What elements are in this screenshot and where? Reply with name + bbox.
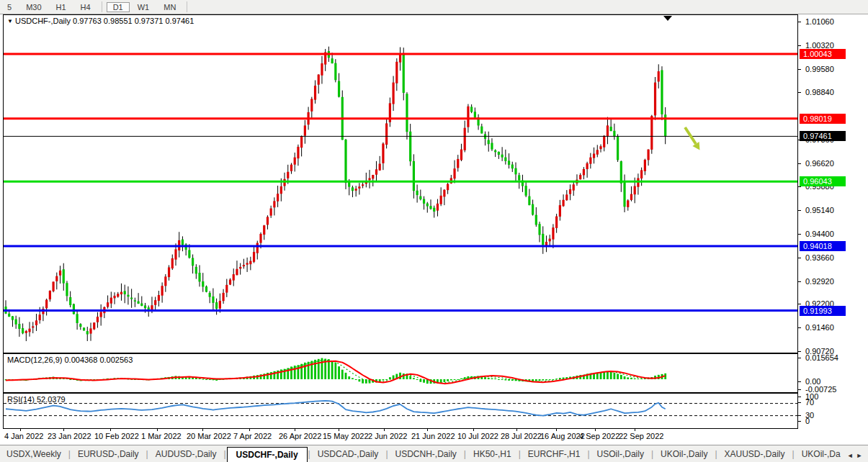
date-tick xyxy=(635,429,635,431)
price-line-label-0.91993: 0.91993 xyxy=(800,306,846,316)
axis-tick xyxy=(798,234,801,235)
axis-tick xyxy=(798,402,801,403)
axis-tick xyxy=(798,358,801,358)
date-label: 15 May 2022 xyxy=(323,432,369,440)
date-label: 23 Jan 2022 xyxy=(48,432,91,440)
axis-tick xyxy=(798,304,801,304)
tab-hk50-h1[interactable]: HK50-,H1 xyxy=(467,447,518,462)
axis-tick-label: 0.95140 xyxy=(805,206,834,214)
tab-usdcad-daily[interactable]: USDCAD-,Daily xyxy=(311,447,385,462)
date-tick xyxy=(427,429,428,431)
tab-usdchf-daily[interactable]: USDCHF-,Daily xyxy=(227,447,308,462)
rsi-label: RSI(14) 52.0379 xyxy=(7,395,66,404)
timeframe-button-M30[interactable]: M30 xyxy=(19,2,48,12)
axis-tick xyxy=(798,163,801,164)
tab-eurchf-h1[interactable]: EURCHF-,H1 xyxy=(522,447,587,462)
tab-ukoil-daily[interactable]: UKOil-,Daily xyxy=(654,447,714,462)
date-label: 4 Sep 2022 xyxy=(579,432,619,440)
tab-usoil-daily[interactable]: USOil-,Daily xyxy=(591,447,650,462)
axis-tick xyxy=(798,421,801,422)
mt4-terminal: { "toolbar": { "timeframes": ["5", "M30"… xyxy=(0,0,868,462)
timeframe-toolbar: 5M30H1H4D1W1MN xyxy=(0,0,868,14)
axis-tick xyxy=(798,281,801,282)
tab-xauusd-daily[interactable]: XAUUSD-,Daily xyxy=(718,447,792,462)
date-tick xyxy=(249,429,250,431)
date-label: 22 Sep 2022 xyxy=(619,432,663,440)
price-axis[interactable]: 1.010601.003200.995800.988400.973600.966… xyxy=(798,14,868,429)
axis-tick xyxy=(798,186,801,187)
timeframe-button-D1[interactable]: D1 xyxy=(107,2,130,12)
axis-tick-label: 1.00320 xyxy=(805,41,834,50)
date-tick xyxy=(157,429,158,431)
date-label: 21 Jun 2022 xyxy=(411,432,455,440)
axis-tick-label: 0.98840 xyxy=(805,88,834,96)
date-tick xyxy=(473,429,474,431)
axis-tick-label: 0.93660 xyxy=(805,253,834,262)
axis-tick xyxy=(798,327,801,328)
date-tick xyxy=(63,429,64,431)
tab-usdx-weekly[interactable]: USDX,Weekly xyxy=(0,447,68,462)
date-label: 10 Feb 2022 xyxy=(94,432,139,440)
date-tick xyxy=(595,429,596,431)
date-tick xyxy=(110,429,111,431)
date-tick xyxy=(516,429,517,431)
tab-audusd-daily[interactable]: AUDUSD-,Daily xyxy=(149,447,223,462)
timeframe-button-MN[interactable]: MN xyxy=(157,2,182,12)
tab-eurusd-daily[interactable]: EURUSD-,Daily xyxy=(71,447,146,462)
axis-tick xyxy=(798,389,801,390)
axis-tick xyxy=(798,415,801,416)
toolbar-separator xyxy=(102,1,102,12)
tab-scroll-right-icon[interactable]: ► xyxy=(856,452,866,459)
axis-tick xyxy=(798,92,801,93)
date-tick xyxy=(339,429,339,431)
axis-tick xyxy=(798,258,801,258)
axis-tick xyxy=(798,397,801,397)
date-tick xyxy=(384,429,385,431)
date-label: 7 Apr 2022 xyxy=(233,432,272,440)
timeframe-button-H1[interactable]: H1 xyxy=(50,2,73,12)
chart-dropdown-icon[interactable]: ▼ xyxy=(7,18,13,24)
date-label: 4 Jan 2022 xyxy=(4,432,43,440)
timeframe-button-W1[interactable]: W1 xyxy=(131,2,156,12)
timeframe-button-H4[interactable]: H4 xyxy=(74,2,97,12)
date-label: 10 Jul 2022 xyxy=(457,432,498,440)
price-line-label-0.96043: 0.96043 xyxy=(800,176,846,186)
axis-tick xyxy=(798,45,801,46)
tab-ukoil-da[interactable]: UKOil-,Da xyxy=(795,447,847,462)
chart-symbol-label: USDCHF-,Daily xyxy=(15,17,71,25)
chart-tabbar: USDX,Weekly|EURUSD-,Daily|AUDUSD-,Daily|… xyxy=(0,445,868,462)
rsi-indicator-panel[interactable]: RSI(14) 52.0379 xyxy=(3,393,798,429)
macd-indicator-panel[interactable]: MACD(12,26,9) 0.004368 0.002563 xyxy=(3,353,798,393)
axis-tick xyxy=(798,210,801,211)
rsi-axis-label: 70 xyxy=(805,398,814,407)
date-label: 16 Aug 2022 xyxy=(540,432,585,440)
date-tick xyxy=(295,429,295,431)
date-label: 2 Jun 2022 xyxy=(368,432,407,440)
tab-usdcnh-daily[interactable]: USDCNH-,Daily xyxy=(389,447,463,462)
main-chart-panel[interactable]: ▼ USDCHF-,Daily 0.97763 0.98551 0.97371 … xyxy=(3,14,798,353)
date-axis[interactable]: 4 Jan 202223 Jan 202210 Feb 20221 Mar 20… xyxy=(3,429,798,444)
toolbar-separator xyxy=(187,1,187,12)
macd-label: MACD(12,26,9) 0.004368 0.002563 xyxy=(7,355,133,364)
chart-symbol-header: ▼ USDCHF-,Daily 0.97763 0.98551 0.97371 … xyxy=(7,17,194,25)
axis-tick xyxy=(798,69,801,70)
axis-tick-label: 1.01060 xyxy=(805,17,834,26)
axis-tick xyxy=(798,22,801,22)
axis-tick xyxy=(798,351,801,352)
tab-scroll-arrows: ◄► xyxy=(847,452,868,462)
timeframe-button-5[interactable]: 5 xyxy=(1,2,18,12)
tab-scroll-left-icon[interactable]: ◄ xyxy=(847,452,856,459)
price-line-label-0.98019: 0.98019 xyxy=(800,114,846,124)
date-tick xyxy=(20,429,21,431)
axis-tick-label: 0.96620 xyxy=(805,159,834,168)
candlestick-plot[interactable] xyxy=(4,15,797,353)
date-label: 28 Jul 2022 xyxy=(501,432,542,440)
date-label: 26 Apr 2022 xyxy=(279,432,321,440)
axis-tick-label: 0.91460 xyxy=(805,323,834,332)
date-tick xyxy=(556,429,557,431)
date-label: 20 Mar 2022 xyxy=(187,432,231,440)
price-line-label-0.94018: 0.94018 xyxy=(800,241,846,251)
price-line-label-1.00043: 1.00043 xyxy=(800,49,846,59)
chart-ohlc-values: 0.97763 0.98551 0.97371 0.97461 xyxy=(73,17,194,25)
axis-tick-label: 0.94400 xyxy=(805,230,834,238)
